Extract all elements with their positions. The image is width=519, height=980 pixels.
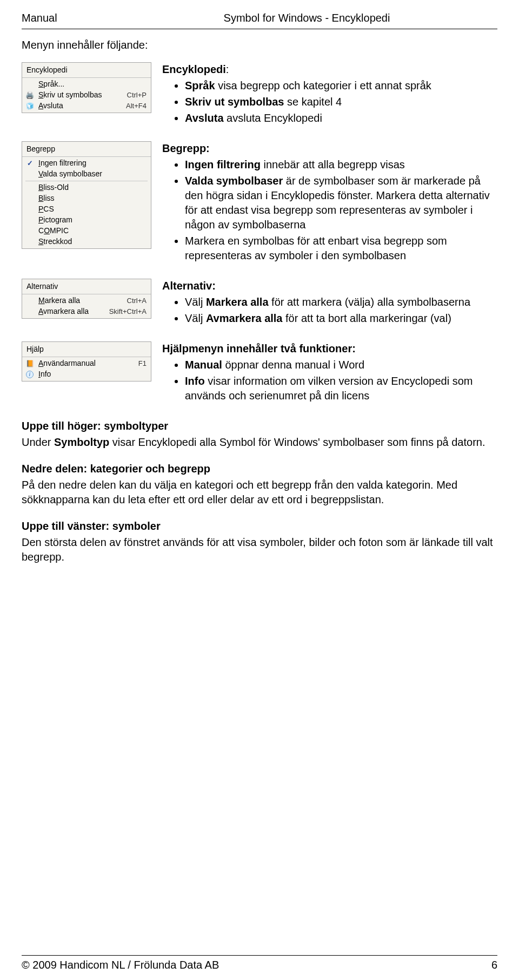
header-manual: Manual	[22, 11, 116, 25]
menu-hjalp: Hjälp 📙 Användarmanual F1 i Info	[22, 341, 151, 382]
menu-item-label: Användarmanual	[35, 358, 138, 369]
footer-rule	[22, 955, 497, 956]
bullet-item: Välj Markera alla för att markera (välja…	[185, 295, 497, 310]
body-head: Uppe till höger: symboltyper	[22, 420, 168, 432]
menu-item-shortcut: Ctrl+P	[127, 90, 149, 100]
intro-text: Menyn innehåller följande:	[22, 38, 497, 52]
body-section-3: Uppe till vänster: symboler Den största …	[22, 519, 497, 564]
bullet-item: Avsluta avsluta Encyklopedi	[185, 111, 497, 126]
bullet-bold: Avmarkera alla	[206, 312, 283, 324]
bullet-text: Välj	[185, 296, 206, 308]
menu-item: Valda symbolbaser	[22, 169, 151, 180]
menu-item-label: Pictogram	[35, 215, 149, 225]
bullet-item: Valda symbolbaser är de symbolbaser som …	[185, 174, 497, 232]
page-header: Manual Symbol for Windows - Encyklopedi	[22, 11, 497, 25]
menu-item-label: COMPIC	[35, 226, 149, 236]
desc-list: Manual öppnar denna manual i WordInfo vi…	[162, 358, 497, 403]
bullet-item: Språk visa begrepp och kategorier i ett …	[185, 78, 497, 93]
desc-hjalp: Hjälpmenyn innehåller två funktioner: Ma…	[151, 341, 497, 405]
desc-list: Ingen filtrering innebär att alla begrep…	[162, 157, 497, 263]
header-rule	[22, 29, 497, 29]
bullet-text: innebär att alla begrepp visas	[261, 159, 405, 170]
menu-item-label: Avmarkera alla	[35, 306, 109, 317]
menu-item: Streckkod	[22, 236, 151, 247]
bullet-item: Manual öppnar denna manual i Word	[185, 358, 497, 372]
menu-title: Encyklopedi	[22, 63, 151, 78]
bullet-text: visa begrepp och kategorier i ett annat …	[215, 80, 431, 91]
body-span-bold: Symboltyp	[54, 436, 109, 448]
header-title: Symbol for Windows - Encyklopedi	[116, 11, 497, 25]
menu-item: Bliss-Old	[22, 182, 151, 193]
bullet-item: Välj Avmarkera alla för att ta bort alla…	[185, 311, 497, 326]
menu-body: Markera alla Ctrl+A Avmarkera alla Skift…	[22, 294, 151, 318]
bullet-bold: Skriv ut symbolbas	[185, 96, 284, 108]
bullet-text: Markera en symbolbas för att enbart visa…	[185, 235, 447, 261]
bullet-item: Ingen filtrering innebär att alla begrep…	[185, 157, 497, 172]
desc-heading-after: :	[226, 63, 229, 75]
page-footer: © 2009 Handicom NL / Frölunda Data AB 6	[22, 955, 497, 972]
menu-item-label: PCS	[35, 204, 149, 214]
menu-begrepp: Begrepp ✓ Ingen filtrering Valda symbolb…	[22, 141, 151, 249]
bullet-item: Info visar information om vilken version…	[185, 374, 497, 403]
bullet-text: öppnar denna manual i Word	[222, 359, 364, 371]
menu-title: Hjälp	[22, 342, 151, 357]
footer-left: © 2009 Handicom NL / Frölunda Data AB	[22, 958, 491, 972]
bullet-item: Markera en symbolbas för att enbart visa…	[185, 234, 497, 263]
body-section-2: Nedre delen: kategorier och begrepp På d…	[22, 462, 497, 507]
bullet-text: avsluta Encyklopedi	[224, 112, 322, 124]
menu-item: 🖨️ Skriv ut symbolbas Ctrl+P	[22, 90, 151, 101]
menu-item: i Info	[22, 369, 151, 380]
menu-body: Språk... 🖨️ Skriv ut symbolbas Ctrl+P 🧊 …	[22, 78, 151, 113]
desc-list: Välj Markera alla för att markera (välja…	[162, 295, 497, 326]
menu-item-label: Streckkod	[35, 236, 149, 247]
menu-item: Pictogram	[22, 215, 151, 226]
bullet-bold: Avsluta	[185, 112, 224, 124]
desc-heading-bold: Encyklopedi	[162, 63, 226, 75]
book-icon: 📙	[26, 359, 34, 368]
bullet-bold: Manual	[185, 359, 222, 371]
body-head: Uppe till vänster: symboler	[22, 520, 161, 532]
menu-item: ✓ Ingen filtrering	[22, 158, 151, 169]
menu-separator	[25, 181, 148, 181]
menu-item-shortcut: F1	[138, 359, 149, 369]
desc-heading-bold: Hjälpmenyn innehåller två funktioner:	[162, 343, 356, 354]
menu-alternativ: Alternativ Markera alla Ctrl+A Avmarkera…	[22, 279, 151, 319]
bullet-text: Välj	[185, 312, 206, 324]
body-paragraph: Den största delen av fönstret används fö…	[22, 535, 497, 564]
desc-heading-bold: Begrepp:	[162, 142, 210, 154]
bullet-text: för att markera (välja) alla symbolbaser…	[269, 296, 470, 308]
menu-item-label: Ingen filtrering	[35, 158, 149, 168]
menu-item: Språk...	[22, 79, 151, 90]
menu-item-shortcut: Alt+F4	[126, 101, 149, 111]
bullet-bold: Info	[185, 375, 205, 387]
bullet-bold: Språk	[185, 80, 215, 91]
info-icon: i	[26, 371, 34, 378]
menu-item-shortcut: Skift+Ctrl+A	[109, 307, 149, 317]
bullet-bold: Markera alla	[206, 296, 269, 308]
bullet-text: för att ta bort alla markeringar (val)	[283, 312, 451, 324]
menu-item: 📙 Användarmanual F1	[22, 358, 151, 369]
menu-item: PCS	[22, 204, 151, 215]
menu-encyklopedi: Encyklopedi Språk... 🖨️ Skriv ut symbolb…	[22, 62, 151, 113]
menu-item-label: Språk...	[35, 79, 149, 89]
menu-item-label: Bliss	[35, 193, 149, 203]
menu-item-label: Avsluta	[35, 101, 126, 111]
menu-item-label: Info	[35, 369, 149, 379]
menu-title: Begrepp	[22, 142, 151, 157]
bullet-item: Skriv ut symbolbas se kapitel 4	[185, 95, 497, 109]
desc-list: Språk visa begrepp och kategorier i ett …	[162, 78, 497, 126]
desc-alternativ: Alternativ: Välj Markera alla för att ma…	[151, 279, 497, 327]
desc-heading-bold: Alternativ:	[162, 280, 216, 292]
menu-item-label: Markera alla	[35, 295, 127, 306]
body-section-1: Uppe till höger: symboltyper Under Symbo…	[22, 419, 497, 450]
menu-item-label: Skriv ut symbolbas	[35, 90, 127, 100]
body-head: Nedre delen: kategorier och begrepp	[22, 463, 210, 475]
menu-body: 📙 Användarmanual F1 i Info	[22, 357, 151, 381]
bullet-text: visar information om vilken version av E…	[185, 375, 473, 402]
menu-item: Markera alla Ctrl+A	[22, 295, 151, 306]
menu-item-label: Valda symbolbaser	[35, 169, 149, 179]
menu-item-label: Bliss-Old	[35, 182, 149, 193]
printer-icon: 🖨️	[25, 90, 34, 100]
desc-encyklopedi: Encyklopedi: Språk visa begrepp och kate…	[151, 62, 497, 127]
menu-body: ✓ Ingen filtrering Valda symbolbaser Bli…	[22, 157, 151, 248]
